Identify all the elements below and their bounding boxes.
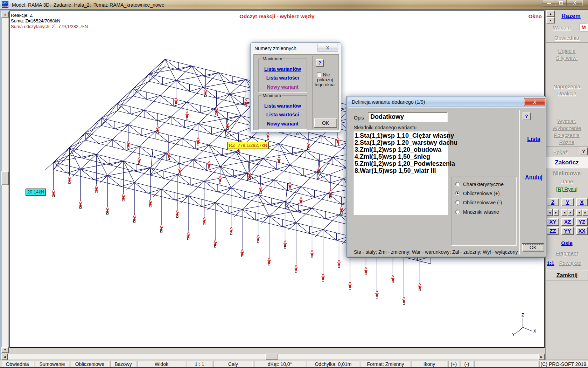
sidebar-item-rysuj[interactable]: [R] Rysuj (556, 186, 578, 192)
dialog-numery-help-button[interactable]: ? (316, 59, 324, 67)
status-widok[interactable]: Widok (138, 361, 186, 367)
scroll-up-icon[interactable]: ▲ (1, 12, 9, 18)
list-item[interactable]: 1.Sta(1,1)wsp 1,10_Ciężar własny (355, 132, 448, 139)
sidebar-item-naprezenia[interactable]: Naprężenia (553, 83, 580, 89)
sidebar-item-dane[interactable]: Dane (561, 178, 573, 184)
vertical-scrollbar[interactable]: ▲ ▼ (1, 12, 9, 353)
plane-yy-button[interactable]: YY (564, 228, 571, 234)
plane-xx-button[interactable]: XX (578, 228, 585, 234)
zamknij-button[interactable]: Zamknij (546, 271, 588, 280)
sidebar-item-wyboczenie[interactable]: Wyboczenie (553, 125, 581, 131)
lista-link[interactable]: Lista (527, 136, 540, 142)
list-item[interactable]: 2.Sta(1,2)wsp 1.20_warstwy dachu (355, 139, 448, 146)
status-odchylka[interactable]: Odchyłka: 0,01m (307, 361, 359, 367)
close-button[interactable]: X (567, 0, 583, 7)
axis-x-button[interactable]: X (580, 199, 583, 205)
dialog-definicja-body: Opis Dodatkowy Składniki dodanego warian… (348, 107, 545, 257)
radio-label-mnozniki-wlasne[interactable]: Mnożniki własne (463, 209, 499, 215)
radio-charakterystyczne[interactable] (455, 182, 460, 186)
sidebar-item-obwiednia[interactable]: Obwiednia (554, 35, 579, 41)
restore-button[interactable] (555, 0, 567, 7)
radio-obliczeniowe-plus[interactable] (455, 191, 460, 196)
minimize-button[interactable] (542, 0, 555, 7)
window-buttons: X (542, 0, 583, 7)
max-lista-wariantow-link[interactable]: Lista wariantów (264, 66, 301, 72)
radio-mnozniki-wlasne[interactable] (455, 210, 460, 214)
dialog-definicja-help-button[interactable]: ? (523, 113, 531, 120)
status-minus[interactable]: (-) (461, 361, 473, 367)
anuluj-link[interactable]: Anuluj (525, 175, 542, 180)
wariant-m-box[interactable]: M (580, 23, 588, 31)
sidebar-item-polaczenia[interactable]: Połączenia (554, 132, 580, 138)
axis-z-button[interactable]: Z (551, 199, 554, 205)
sidebar-item-rozne[interactable]: Różne (559, 139, 574, 145)
opis-input[interactable]: Dodatkowy (368, 112, 448, 122)
okno-label[interactable]: Okno (528, 13, 542, 19)
dialog-definicja-ok-button[interactable]: OK (522, 243, 544, 252)
status-obliczeniowe[interactable]: Obliczeniowe (71, 361, 109, 367)
sidebar-item-osie[interactable]: Osie (561, 240, 573, 246)
status-obwiednia[interactable]: Obwiednia (1, 361, 34, 367)
scroll-down-icon[interactable]: ▼ (1, 347, 9, 353)
radio-label-obliczeniowe-plus[interactable]: Obliczeniowe (+) (463, 191, 500, 196)
status-dkat[interactable]: dKąt: 10,0° (254, 361, 306, 367)
rotate-y-left-icon[interactable]: ◀ (561, 209, 567, 216)
sidebar-item-wariant[interactable]: Wariant (553, 25, 571, 30)
rotate-y-right-icon[interactable]: ▶ (568, 209, 574, 216)
dialog-numery-ok-button[interactable]: OK (314, 118, 337, 128)
skladniki-label: Składniki dodanego wariantu (354, 125, 416, 130)
sidebar-item-zakoncz[interactable]: Zakończ (555, 159, 579, 166)
list-item[interactable]: 8.War(1,5)wsp 1,50_wiatr III (355, 167, 448, 174)
plane-xy-button[interactable]: XY (549, 219, 556, 225)
rotate-x-right-icon[interactable]: ▶ (582, 209, 588, 216)
pokaz-help-button[interactable]: ? (580, 148, 588, 155)
status-ikony[interactable]: Ikony (412, 361, 447, 367)
sidebar-item-sily-wew[interactable]: Siły wew. (556, 55, 578, 61)
vertical-scroll-thumb[interactable] (1, 171, 9, 185)
sidebar-item-nieliniowe[interactable]: Nieliniowe (553, 170, 581, 176)
plane-xz-button[interactable]: XZ (564, 219, 571, 225)
skladniki-listbox[interactable]: 1.Sta(1,1)wsp 1,10_Ciężar własny 2.Sta(1… (353, 131, 448, 215)
dialog-definicja-hint: Sta - stały; Zmi - zmienny; War - warunk… (354, 249, 518, 255)
dialog-definicja-close-button[interactable]: X (524, 98, 545, 106)
horizontal-scroll-thumb[interactable] (265, 354, 278, 360)
rotate-z-left-icon[interactable]: ◀ (547, 209, 553, 216)
rotate-z-right-icon[interactable]: ▶ (553, 209, 559, 216)
radio-label-charakterystyczne[interactable]: Charakterystyczne (463, 182, 504, 187)
list-item[interactable]: 4.Zmi(1,5)wsp 1,50_śnieg (355, 153, 448, 160)
status-scale[interactable]: 1 : 1 (187, 361, 212, 367)
status-format[interactable]: Format: Zmienny (361, 361, 410, 367)
scroll-right-icon[interactable]: ▶ (538, 354, 545, 360)
rotate-x-left-icon[interactable]: ◀ (576, 209, 582, 216)
horizontal-scrollbar[interactable]: ◀ ▶ (1, 354, 545, 360)
plane-yz-button[interactable]: YZ (579, 219, 585, 225)
sidebar-item-powieksz[interactable]: Powiększ (559, 260, 581, 266)
radio-label-obliczeniowe-minus[interactable]: Obliczeniowwe (-) (463, 200, 502, 205)
axis-y-button[interactable]: Y (566, 199, 569, 205)
scroll-left-icon[interactable]: ◀ (1, 354, 8, 360)
app-icon-text-top: ABC (2, 1, 8, 5)
status-caly[interactable]: Cały (214, 361, 253, 367)
sidebar-item-pokaz[interactable]: Pokaż (553, 149, 568, 155)
status-plus[interactable]: (+) (448, 361, 459, 367)
sidebar-item-razem[interactable]: Razem (561, 13, 581, 19)
status-bazowy[interactable]: Bazowy (110, 361, 136, 367)
sidebar-item-ugiecia[interactable]: Ugięcia (558, 48, 575, 54)
list-item[interactable]: 5.Zmi(1,2)wsp 1,20_Podwieszenia (355, 160, 448, 167)
max-lista-wartosci-link[interactable]: Lista wartości (266, 75, 299, 81)
nie-pokazuj-checkbox[interactable] (317, 73, 321, 77)
min-nowy-wariant-link[interactable]: Nowy wariant (267, 121, 298, 127)
status-sumowanie[interactable]: Sumowanie (35, 361, 69, 367)
sidebar-item-fragment[interactable]: Fragment (555, 250, 578, 256)
min-lista-wariantow-link[interactable]: Lista wariantów (264, 103, 301, 109)
sidebar-item-wymiar[interactable]: Wymiar. (557, 118, 576, 124)
list-item[interactable]: 3.Zmi(1,2)wsp 1,20_obudowa (355, 146, 448, 153)
plane-zz-button[interactable]: ZZ (550, 228, 556, 234)
radio-obliczeniowe-minus[interactable] (455, 200, 460, 205)
min-lista-wartosci-link[interactable]: Lista wartości (266, 112, 299, 117)
max-nowy-wariant-link[interactable]: Nowy wariant (267, 84, 298, 90)
sidebar-item-one2one[interactable]: 1:1 (547, 260, 554, 266)
sidebar-item-reakcje[interactable]: Reakcje (557, 90, 576, 96)
dialog-numery-close-button[interactable]: X (317, 44, 338, 52)
close-icon: X (573, 0, 576, 6)
